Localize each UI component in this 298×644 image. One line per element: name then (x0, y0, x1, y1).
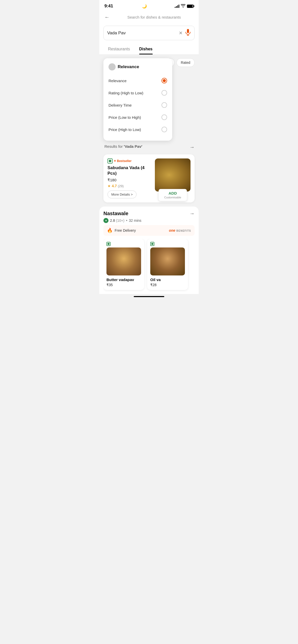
back-button[interactable]: ← (103, 13, 111, 21)
more-details-button[interactable]: More Details > (107, 191, 137, 198)
search-container: Vada Pav ✕ (99, 24, 199, 44)
sort-option-price-high[interactable]: Price (High to Low) (109, 123, 167, 136)
radio-price-high[interactable] (161, 127, 167, 132)
restaurant-meta: ✦ 2.8 (10+) • 32 mins (103, 218, 195, 223)
restaurant-arrow-button[interactable]: → (189, 211, 195, 216)
dish-price: ₹180 (107, 178, 151, 182)
dish-mini-top-2 (150, 242, 185, 246)
dish-card-sabudana: ✦ Bestseller Sabudana Vada (4 Pcs) ₹180 … (103, 154, 195, 202)
rating-value: 4.7 (112, 184, 117, 188)
sort-option-price-low[interactable]: Price (Low to High) (109, 111, 167, 123)
dish-mini-price-1: ₹35 (106, 283, 141, 287)
search-box: Vada Pav ✕ (103, 26, 195, 40)
result-arrow-icon[interactable]: → (189, 144, 195, 150)
dish-name: Sabudana Vada (4 Pcs) (107, 165, 151, 176)
tab-bar: Restaurants Dishes (99, 44, 199, 55)
dish-mini-name-2: Oil va (150, 277, 185, 282)
rating-badge-icon: ✦ (103, 218, 109, 223)
moon-icon: 🌙 (142, 4, 147, 9)
restaurant-header: Nastawale → (103, 211, 195, 216)
dish-image (155, 158, 191, 192)
restaurant-card-nastawale: Nastawale → ✦ 2.8 (10+) • 32 mins 🔥 Free… (99, 207, 199, 294)
free-delivery-row: 🔥 Free Delivery one BENEFITS (103, 225, 195, 236)
chip-rated[interactable]: Rated (177, 58, 195, 67)
radio-price-low[interactable] (161, 114, 167, 120)
dish-image-area: ADD Customisable (155, 158, 191, 198)
dish-row: Butter vadapav ₹35 Oil va ₹28 (103, 239, 195, 294)
dish-mini-name-1: Butter vadapav (106, 277, 141, 282)
drag-handle (109, 63, 116, 70)
svg-rect-0 (187, 29, 189, 33)
food-visual-mini-1 (106, 247, 141, 275)
signal-bars-icon (175, 4, 179, 8)
wifi-icon (181, 4, 185, 8)
home-indicator (134, 296, 164, 297)
customisable-label: Customisable (164, 196, 181, 199)
bestseller-label: ✦ Bestseller (114, 159, 131, 163)
status-bar: 9:41 🌙 (99, 0, 199, 11)
bestseller-badge: ✦ Bestseller (107, 158, 151, 164)
header-search-label: Search for dishes & restaurants (114, 15, 195, 19)
mic-button[interactable] (185, 29, 191, 37)
status-icons (175, 4, 194, 8)
veg-icon-mini-2 (150, 242, 154, 246)
radio-rating[interactable] (161, 90, 167, 96)
dish-mini-image-2 (150, 247, 185, 275)
battery-icon (187, 5, 194, 8)
delivery-time: 32 mins (129, 218, 141, 223)
sort-option-relevance[interactable]: Relevance (109, 75, 167, 87)
dish-mini-card-oil-va: Oil va ₹28 (147, 239, 188, 290)
dish-rating: ★ 4.7 (29) (107, 184, 151, 188)
sort-title: Relevance (109, 63, 167, 70)
search-result-label: Results for 'Vada Pav' (104, 144, 142, 149)
radio-delivery-time[interactable] (161, 102, 167, 108)
free-delivery-text: Free Delivery (115, 228, 136, 232)
header: ← Search for dishes & restaurants (99, 11, 199, 24)
dish-info: ✦ Bestseller Sabudana Vada (4 Pcs) ₹180 … (107, 158, 151, 198)
rating-count: (29) (118, 184, 124, 188)
veg-icon-mini-1 (106, 242, 111, 246)
radio-relevance[interactable] (161, 78, 167, 83)
search-result-row: Results for 'Vada Pav' → (103, 144, 195, 149)
tab-restaurants[interactable]: Restaurants (103, 44, 134, 54)
dish-mini-image-1 (106, 247, 141, 275)
clear-button[interactable]: ✕ (179, 30, 183, 36)
one-benefits-label: one BENEFITS (169, 228, 191, 233)
restaurant-name: Nastawale (103, 211, 128, 216)
free-delivery-left: 🔥 Free Delivery (107, 228, 136, 233)
sort-option-rating[interactable]: Rating (High to Low) (109, 87, 167, 99)
add-button-container[interactable]: ADD Customisable (159, 189, 187, 201)
flame-icon: 🔥 (107, 228, 113, 233)
dot-separator: • (126, 218, 127, 223)
dish-mini-top (106, 242, 141, 246)
add-button[interactable]: ADD (164, 191, 181, 195)
star-icon: ★ (107, 184, 111, 188)
search-input-value[interactable]: Vada Pav (107, 31, 176, 36)
food-visual (155, 158, 191, 192)
sort-option-delivery-time[interactable]: Delivery Time (109, 99, 167, 111)
status-time: 9:41 (104, 4, 113, 9)
restaurant-rating: 2.8 (10+) (110, 218, 124, 223)
dish-mini-price-2: ₹28 (150, 283, 185, 287)
tab-dishes[interactable]: Dishes (134, 44, 157, 54)
dish-mini-card-butter-vadapav: Butter vadapav ₹35 (103, 239, 144, 290)
veg-icon (107, 158, 113, 164)
sort-dropdown: Relevance Relevance Rating (High to Low)… (103, 58, 172, 141)
filter-area: Relevance Relevance Rating (High to Low)… (99, 55, 199, 152)
